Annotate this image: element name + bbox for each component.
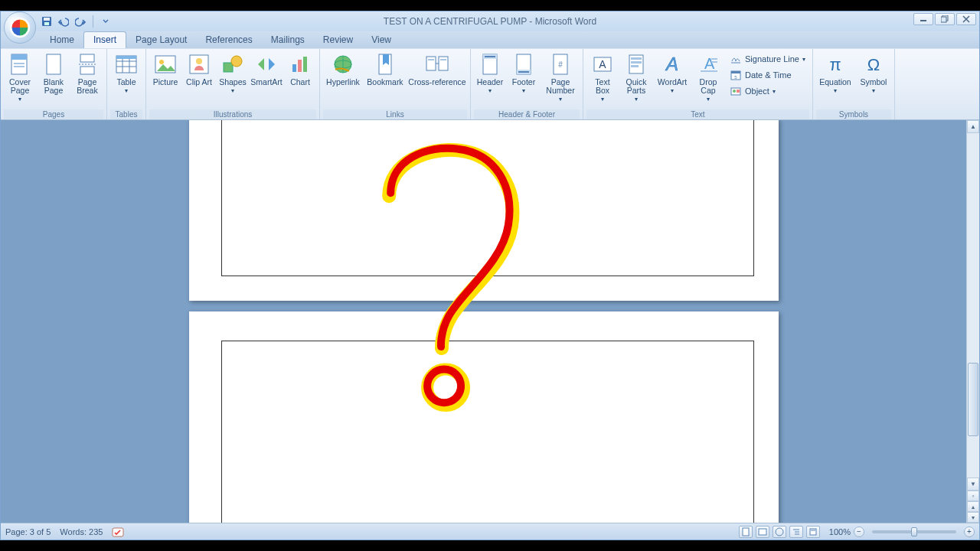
view-print-layout[interactable]	[739, 526, 753, 538]
next-page-button[interactable]: ▾	[967, 512, 979, 523]
titlebar: TEST ON A CENTRIFUGAL PUMP - Microsoft W…	[1, 11, 979, 31]
proofing-button[interactable]	[112, 526, 124, 538]
blank-page-icon	[41, 52, 66, 77]
tab-insert[interactable]: Insert	[83, 31, 126, 48]
document-scroll-area[interactable]	[1, 120, 966, 523]
save-button[interactable]	[41, 15, 53, 28]
tab-mailings[interactable]: Mailings	[262, 32, 314, 48]
prev-page-button[interactable]: ▴	[967, 501, 979, 512]
page-indicator[interactable]: Page: 3 of 5	[5, 527, 51, 536]
minimize-button[interactable]	[913, 13, 933, 25]
zoom-slider-thumb[interactable]	[911, 527, 917, 536]
document-page[interactable]	[189, 120, 779, 301]
text-small-column: Signature Line ▾ 5Date & Time Object ▾	[726, 51, 809, 99]
chevron-down-icon: ▾	[601, 96, 604, 103]
bookmark-button[interactable]: Bookmark	[364, 51, 406, 88]
svg-point-26	[231, 56, 242, 67]
web-layout-icon	[775, 527, 784, 536]
qat-customize[interactable]	[100, 15, 112, 28]
word-count[interactable]: Words: 235	[60, 527, 103, 536]
smartart-button[interactable]: SmartArt	[250, 51, 283, 88]
object-icon	[730, 85, 742, 97]
footer-button[interactable]: Footer▾	[508, 51, 540, 96]
window-controls	[913, 13, 976, 25]
table-icon	[114, 52, 139, 77]
status-right: 100% − +	[739, 526, 975, 538]
svg-text:A: A	[665, 54, 678, 74]
quick-parts-button[interactable]: Quick Parts▾	[620, 51, 652, 104]
group-label: Links	[323, 109, 467, 119]
bookmark-icon	[373, 52, 397, 77]
tab-view[interactable]: View	[362, 32, 400, 48]
tab-home[interactable]: Home	[41, 32, 83, 48]
table-button[interactable]: Table▾	[110, 51, 142, 96]
undo-icon	[58, 16, 69, 27]
shapes-button[interactable]: Shapes▾	[217, 51, 249, 96]
svg-rect-59	[731, 71, 740, 73]
blank-page-button[interactable]: Blank Page	[38, 51, 70, 96]
close-button[interactable]	[956, 13, 976, 25]
view-draft[interactable]	[806, 526, 820, 538]
view-full-screen[interactable]	[756, 526, 769, 538]
view-web-layout[interactable]	[773, 526, 786, 538]
view-outline[interactable]	[789, 526, 803, 538]
scroll-thumb[interactable]	[968, 363, 978, 436]
wordart-button[interactable]: A WordArt▾	[654, 51, 691, 96]
browse-object-button[interactable]: ◦	[967, 491, 979, 501]
office-button[interactable]	[4, 11, 36, 44]
zoom-out-button[interactable]: −	[854, 527, 864, 537]
chart-button[interactable]: Chart	[284, 51, 316, 88]
chevron-down-icon: ▾	[773, 88, 776, 95]
cover-page-button[interactable]: Cover Page▾	[4, 51, 36, 104]
page-content-frame	[221, 341, 754, 523]
tab-references[interactable]: References	[196, 32, 261, 48]
clip-art-icon	[187, 52, 211, 77]
label: SmartArt	[250, 78, 282, 86]
signature-line-button[interactable]: Signature Line ▾	[727, 51, 808, 67]
scroll-track[interactable]	[967, 133, 979, 478]
text-box-icon: A	[590, 52, 615, 77]
vertical-scrollbar[interactable]: ▲ ▼ ◦ ▴ ▾	[966, 120, 979, 523]
scroll-down-button[interactable]: ▼	[967, 478, 979, 491]
document-page[interactable]	[189, 311, 779, 523]
tab-page-layout[interactable]: Page Layout	[126, 32, 196, 48]
date-time-button[interactable]: 5Date & Time	[727, 67, 808, 83]
zoom-slider[interactable]	[872, 530, 956, 533]
equation-icon: π	[823, 52, 848, 77]
group-links: Hyperlink Bookmark Cross-reference Links	[320, 49, 471, 119]
chart-icon	[288, 52, 312, 77]
tab-review[interactable]: Review	[314, 32, 362, 48]
app-shell: TEST ON A CENTRIFUGAL PUMP - Microsoft W…	[0, 0, 980, 551]
zoom-level[interactable]: 100%	[829, 527, 851, 536]
cross-reference-button[interactable]: Cross-reference	[407, 51, 467, 88]
object-button[interactable]: Object ▾	[727, 83, 808, 99]
scroll-up-button[interactable]: ▲	[967, 120, 979, 133]
restore-button[interactable]	[935, 13, 955, 25]
equation-button[interactable]: π Equation▾	[816, 51, 854, 96]
svg-rect-10	[14, 66, 24, 67]
svg-rect-54	[711, 58, 717, 60]
page-number-button[interactable]: # Page Number▾	[541, 51, 580, 104]
zoom-in-button[interactable]: +	[964, 527, 975, 537]
svg-rect-70	[759, 529, 766, 535]
quick-access-toolbar	[41, 15, 112, 28]
symbol-button[interactable]: Ω Symbol▾	[856, 51, 891, 96]
header-button[interactable]: Header▾	[474, 51, 506, 96]
text-box-button[interactable]: A Text Box▾	[586, 51, 619, 104]
svg-rect-6	[941, 17, 946, 22]
picture-icon	[153, 52, 178, 77]
office-logo-icon	[9, 17, 31, 38]
svg-rect-2	[44, 18, 50, 21]
picture-button[interactable]: Picture	[149, 51, 181, 88]
svg-rect-13	[80, 67, 94, 74]
redo-button[interactable]	[74, 15, 87, 28]
undo-button[interactable]	[57, 15, 70, 28]
drop-cap-button[interactable]: A Drop Cap▾	[692, 51, 724, 104]
footer-icon	[511, 52, 536, 77]
clip-art-button[interactable]: Clip Art	[183, 51, 215, 88]
svg-rect-51	[631, 65, 639, 67]
svg-text:Ω: Ω	[867, 55, 880, 74]
hyperlink-button[interactable]: Hyperlink	[323, 51, 363, 88]
svg-rect-11	[47, 54, 60, 74]
page-break-button[interactable]: Page Break	[71, 51, 103, 96]
